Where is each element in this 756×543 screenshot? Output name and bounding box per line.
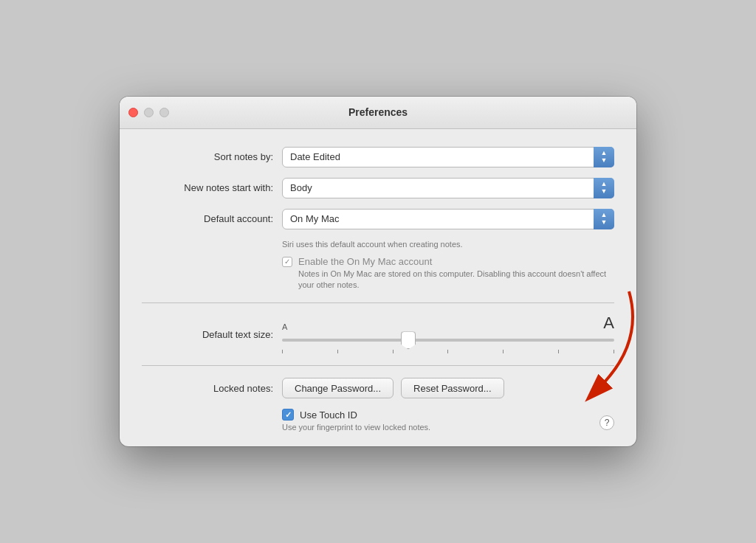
tick-4 <box>447 350 448 353</box>
small-a-label: A <box>282 322 287 331</box>
slider-track <box>282 339 614 342</box>
tick-6 <box>558 350 559 353</box>
enable-on-my-mac-content: Enable the On My Mac account Notes in On… <box>298 256 614 291</box>
default-account-select[interactable]: On My Mac iCloud <box>282 209 614 229</box>
slider-container: A A <box>282 315 614 353</box>
touch-id-description: Use your fingerprint to view locked note… <box>282 423 430 432</box>
slider-thumb[interactable] <box>401 331 416 349</box>
enable-on-my-mac-row: Enable the On My Mac account Notes in On… <box>282 256 614 291</box>
maximize-button[interactable] <box>159 108 169 117</box>
tick-3 <box>393 350 394 353</box>
tick-5 <box>503 350 504 353</box>
text-size-label: Default text size: <box>142 329 282 340</box>
enable-on-my-mac-description: Notes in On My Mac are stored on this co… <box>298 269 614 291</box>
new-notes-select[interactable]: Body Title Date <box>282 178 614 198</box>
close-button[interactable] <box>128 108 138 117</box>
tick-2 <box>337 350 338 353</box>
sort-notes-label: Sort notes by: <box>142 151 282 162</box>
divider-1 <box>142 302 614 303</box>
tick-7 <box>614 350 614 353</box>
help-button[interactable]: ? <box>599 415 614 430</box>
content-area: Sort notes by: Date Edited Date Created … <box>120 129 636 447</box>
enable-on-my-mac-checkbox[interactable] <box>282 257 292 267</box>
locked-notes-label: Locked notes: <box>142 383 282 394</box>
new-notes-row: New notes start with: Body Title Date ▲ … <box>142 178 614 198</box>
default-account-label: Default account: <box>142 213 282 224</box>
text-size-section: Default text size: A A <box>142 315 614 353</box>
bottom-row: Use Touch ID Use your fingerprint to vie… <box>142 409 614 432</box>
change-password-button[interactable]: Change Password... <box>282 378 394 398</box>
text-size-row: Default text size: A A <box>142 315 614 353</box>
siri-hint: Siri uses this default account when crea… <box>282 240 614 249</box>
slider-custom <box>282 333 614 347</box>
sort-notes-row: Sort notes by: Date Edited Date Created … <box>142 147 614 167</box>
new-notes-select-wrapper: Body Title Date ▲ ▼ <box>282 178 614 198</box>
enable-on-my-mac-label: Enable the On My Mac account <box>298 256 614 267</box>
sort-notes-select-wrapper: Date Edited Date Created Title ▲ ▼ <box>282 147 614 167</box>
traffic-lights <box>128 108 169 117</box>
titlebar: Preferences <box>120 97 636 129</box>
password-buttons: Change Password... Reset Password... <box>282 378 504 398</box>
default-account-row: Default account: On My Mac iCloud ▲ ▼ <box>142 209 614 229</box>
large-a-label: A <box>603 315 614 331</box>
touch-id-checkbox[interactable] <box>282 409 294 421</box>
tick-1 <box>282 350 283 353</box>
touch-id-row: Use Touch ID <box>282 409 430 421</box>
slider-ticks <box>282 350 614 353</box>
window-title: Preferences <box>348 106 408 118</box>
divider-2 <box>142 365 614 366</box>
reset-password-button[interactable]: Reset Password... <box>401 378 504 398</box>
touch-id-section: Use Touch ID Use your fingerprint to vie… <box>282 409 430 432</box>
slider-letters: A A <box>282 315 614 331</box>
locked-notes-row: Locked notes: Change Password... Reset P… <box>142 378 614 398</box>
sort-notes-select[interactable]: Date Edited Date Created Title <box>282 147 614 167</box>
minimize-button[interactable] <box>144 108 154 117</box>
touch-id-label: Use Touch ID <box>300 409 357 421</box>
preferences-window: Preferences Sort notes by: Date Edited D… <box>120 97 636 447</box>
new-notes-label: New notes start with: <box>142 182 282 193</box>
default-account-select-wrapper: On My Mac iCloud ▲ ▼ <box>282 209 614 229</box>
